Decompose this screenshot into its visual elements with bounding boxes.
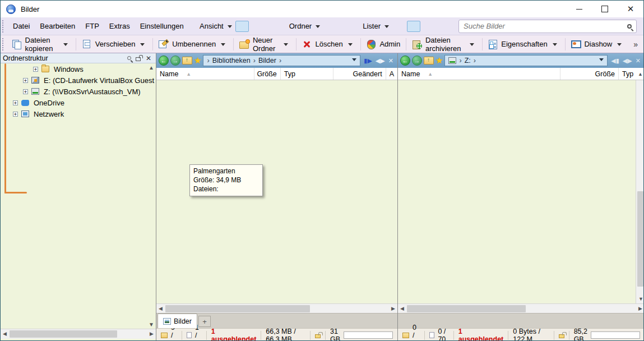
tree-close-icon[interactable]: ✕	[146, 54, 151, 62]
toolbar-diashow-button[interactable]: Diashow	[567, 38, 628, 51]
scroll-thumb[interactable]	[165, 305, 310, 312]
lister-viewer-icon[interactable]	[436, 21, 450, 32]
dropdown-caret-icon[interactable]	[617, 43, 622, 48]
right-vertical-scrollbar[interactable]: ▼	[636, 80, 644, 303]
right-horizontal-scrollbar[interactable]: ◀ ▶	[398, 303, 644, 313]
tree-item-onedrive[interactable]: +OneDrive	[1, 97, 156, 108]
breadcrumb-dropdown-icon[interactable]	[352, 58, 356, 63]
toolbar-neuer-ordner-button[interactable]: Neuer Ordner	[235, 34, 294, 55]
scroll-thumb[interactable]	[637, 191, 643, 287]
lister-caret-icon[interactable]	[384, 25, 389, 30]
breadcrumb-item[interactable]: Z:	[465, 57, 471, 64]
column-name[interactable]: Name▲	[156, 68, 254, 80]
column-name[interactable]: Name▲	[398, 68, 560, 80]
tree-expand-icon[interactable]: +	[23, 78, 28, 83]
dropdown-caret-icon[interactable]	[140, 43, 145, 48]
tab-bilder[interactable]: Bilder	[157, 314, 197, 328]
toolbar-dateien-archivieren-button[interactable]: Dateien archivieren	[408, 34, 480, 55]
column-size[interactable]: Größe	[254, 68, 281, 80]
back-icon[interactable]: ←	[159, 56, 169, 66]
left-breadcrumb[interactable]: › Bibliotheken › Bilder ›	[203, 55, 360, 66]
lister-dual-icon[interactable]	[407, 21, 420, 32]
column-type[interactable]: Typ	[281, 68, 333, 80]
scroll-right-icon[interactable]: ▶	[150, 331, 154, 337]
ansicht-caret-icon[interactable]	[228, 25, 232, 30]
favorites-star-icon[interactable]: ★	[194, 56, 201, 66]
menu-item-extras[interactable]: Extras	[104, 20, 135, 33]
search-input[interactable]	[464, 22, 627, 30]
toolbar-overflow-button[interactable]: »	[628, 40, 643, 49]
view-details-icon[interactable]	[235, 21, 249, 32]
menu-item-einstellungen[interactable]: Einstellungen	[135, 20, 189, 33]
toolbar-grip[interactable]	[2, 20, 6, 33]
ordner-menu[interactable]: Ordner	[286, 20, 313, 33]
up-folder-icon[interactable]	[424, 57, 434, 64]
pane-close-icon[interactable]: ✕	[388, 57, 393, 64]
tree-expand-icon[interactable]: +	[13, 112, 18, 117]
pane-maximize-icon[interactable]: ▮▶	[364, 57, 372, 64]
scroll-right-icon[interactable]: ▶	[391, 306, 395, 311]
dropdown-caret-icon[interactable]	[553, 43, 557, 48]
tree-expand-icon[interactable]: +	[33, 67, 38, 72]
scroll-down-icon[interactable]: ▼	[638, 296, 643, 302]
toolbar-umbenennen-button[interactable]: Umbenennen	[155, 38, 231, 51]
view-thumbnails-icon[interactable]	[250, 21, 263, 32]
right-breadcrumb[interactable]: › Z: ›	[444, 55, 608, 66]
scroll-left-icon[interactable]: ◀	[400, 306, 404, 311]
tree-item-z-vboxsvr-austausch-vm[interactable]: +Z: (\\VBoxSvr\Austausch_VM)	[1, 86, 156, 97]
forward-icon[interactable]: →	[170, 56, 180, 66]
toolbar-verschieben-button[interactable]: Verschieben	[78, 38, 151, 51]
tree-scroll-down-icon[interactable]: ▼	[149, 321, 154, 328]
format-lock-icon[interactable]	[559, 334, 564, 338]
tree-search-icon[interactable]	[127, 56, 131, 60]
lister-menu[interactable]: Lister	[359, 20, 382, 33]
ansicht-menu[interactable]: Ansicht	[196, 20, 225, 33]
maximize-button[interactable]	[592, 1, 618, 17]
toolbar-admin-button[interactable]: Admin	[362, 38, 404, 51]
pane-close-icon[interactable]: ✕	[636, 57, 641, 64]
tree-horizontal-scrollbar[interactable]: ◀ ▶	[1, 329, 156, 339]
tree-item-netzwerk[interactable]: +Netzwerk	[1, 108, 156, 119]
close-button[interactable]: ✕	[618, 1, 643, 17]
column-modified[interactable]: Geändert	[333, 68, 386, 80]
breadcrumb-item[interactable]: Bibliotheken	[212, 57, 251, 64]
forward-icon[interactable]: →	[412, 56, 422, 66]
swap-panes-icon[interactable]: ◀▶	[623, 57, 632, 64]
tree-item-windows[interactable]: +Windows	[1, 63, 156, 75]
minimize-button[interactable]	[566, 1, 592, 17]
search-box[interactable]	[458, 20, 637, 33]
format-lock-icon[interactable]	[315, 334, 321, 338]
column-size[interactable]: Größe	[560, 68, 619, 80]
menu-item-datei[interactable]: Datei	[8, 20, 35, 33]
toolbar-l-schen-button[interactable]: Löschen	[298, 38, 358, 51]
toolbar-grip[interactable]	[2, 38, 6, 50]
lister-horizontal-icon[interactable]	[392, 21, 406, 32]
tree-item-e-cd-laufwerk-virtualbox-guest[interactable]: +E: (CD-Laufwerk VirtualBox Guest	[1, 75, 156, 86]
folder-lock-icon[interactable]	[338, 21, 351, 32]
dropdown-caret-icon[interactable]	[348, 43, 353, 48]
menu-item-ftp[interactable]: FTP	[80, 20, 104, 33]
dropdown-caret-icon[interactable]	[63, 43, 68, 48]
up-folder-icon[interactable]	[182, 57, 192, 64]
dropdown-caret-icon[interactable]	[221, 43, 225, 48]
pane-maximize-icon[interactable]: ◀▮	[611, 57, 619, 64]
lister-details-icon[interactable]	[421, 21, 435, 32]
scroll-thumb[interactable]	[10, 330, 117, 338]
ordner-caret-icon[interactable]	[316, 25, 320, 30]
folder-sync-icon[interactable]	[323, 21, 337, 32]
dropdown-caret-icon[interactable]	[470, 43, 474, 48]
favorites-star-icon[interactable]: ★	[435, 56, 443, 66]
view-images-icon[interactable]	[265, 21, 278, 32]
dropdown-caret-icon[interactable]	[284, 43, 288, 48]
scroll-right-icon[interactable]: ▶	[638, 306, 642, 311]
scroll-thumb[interactable]	[407, 305, 526, 312]
toolbar-dateien-kopieren-button[interactable]: Dateien kopieren	[8, 34, 75, 55]
tree-scroll-up-icon[interactable]: ▲	[149, 64, 154, 71]
back-icon[interactable]: ←	[400, 56, 410, 66]
left-horizontal-scrollbar[interactable]: ◀ ▶	[156, 303, 397, 313]
tree-unlock-icon[interactable]	[136, 57, 141, 61]
search-icon[interactable]	[627, 24, 632, 29]
scroll-up-icon[interactable]: ▲	[638, 71, 643, 77]
scroll-left-icon[interactable]: ◀	[159, 306, 163, 311]
breadcrumb-dropdown-icon[interactable]	[599, 58, 604, 63]
